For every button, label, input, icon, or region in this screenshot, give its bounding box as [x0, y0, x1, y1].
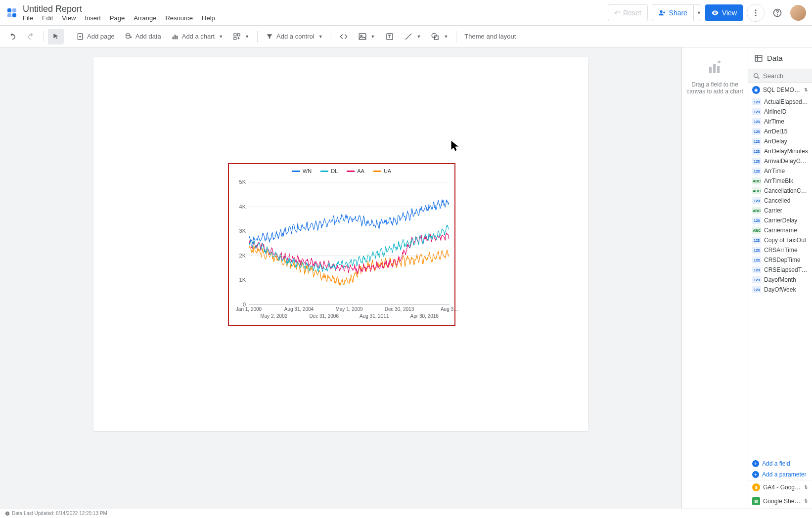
datasource-item[interactable]: ▦ Google Sheets ⇅ [748, 494, 812, 508]
text-button[interactable] [381, 29, 398, 44]
table-icon [754, 54, 763, 63]
svg-rect-25 [713, 64, 716, 73]
field-name: AirTime [764, 118, 784, 125]
report-title[interactable]: Untitled Report [23, 4, 608, 14]
field-name: Carrier [764, 207, 782, 214]
user-avatar[interactable] [790, 5, 806, 21]
search-input[interactable] [763, 72, 807, 80]
expand-icon: ⇅ [804, 485, 808, 490]
field-item[interactable]: 123ArrDel15 [748, 127, 812, 136]
legend-label: AA [357, 168, 364, 174]
blocks-icon [233, 33, 241, 41]
menu-edit[interactable]: Edit [42, 14, 53, 22]
theme-button[interactable]: Theme and layout [460, 29, 520, 44]
svg-rect-13 [172, 37, 174, 39]
code-icon [339, 32, 348, 41]
field-name: ArrDelayMinutes [764, 148, 808, 155]
chevron-down-icon: ▼ [697, 10, 701, 15]
menu-view[interactable]: View [62, 14, 76, 22]
toolbar: Add page Add data Add a chart ▼ ▼ Add a … [0, 26, 812, 47]
share-button[interactable]: Share [652, 4, 693, 21]
drop-field-panel[interactable]: Drag a field to the canvas to add a char… [681, 47, 748, 508]
field-item[interactable]: ABCCarrier [748, 206, 812, 216]
redo-icon [27, 32, 36, 41]
field-item[interactable]: ABCCancellationCode [748, 186, 812, 196]
field-type-badge: 123 [752, 276, 761, 283]
chevron-down-icon: ▼ [444, 34, 448, 39]
select-tool[interactable] [48, 29, 64, 44]
field-name: CRSDepTime [764, 257, 801, 263]
field-item[interactable]: 123CRSDepTime [748, 255, 812, 265]
menu-insert[interactable]: Insert [85, 14, 101, 22]
field-item[interactable]: 123AirTime [748, 117, 812, 127]
status-text: Data Last Updated: 6/14/2022 12:25:13 PM [12, 511, 107, 516]
undo-button[interactable] [4, 29, 21, 44]
y-tick-label: 1K [239, 277, 246, 283]
field-type-badge: 123 [752, 237, 761, 244]
search-icon [753, 73, 760, 80]
menu-resource[interactable]: Resource [165, 14, 193, 22]
menu-help[interactable]: Help [202, 14, 215, 22]
field-item[interactable]: 123ArrDelayMinutes [748, 146, 812, 156]
reset-button[interactable]: ↶ Reset [608, 4, 648, 21]
image-button[interactable]: ▼ [354, 29, 379, 44]
menu-arrange[interactable]: Arrange [134, 14, 156, 22]
legend-label: UA [384, 168, 391, 174]
svg-rect-27 [755, 55, 762, 61]
field-name: CancellationCode [764, 187, 808, 194]
add-parameter-link[interactable]: +Add a parameter [748, 469, 812, 480]
field-item[interactable]: 123DayofMonth [748, 275, 812, 285]
field-item[interactable]: ABCCarriername [748, 225, 812, 235]
community-viz-button[interactable]: ▼ [229, 29, 253, 44]
canvas-area[interactable]: WN DL AA UA 01K2K3K4K5K Jan 1, 2000May 2… [0, 47, 681, 508]
field-type-badge: ABC [752, 187, 761, 194]
line-button[interactable]: ▼ [400, 29, 425, 44]
chevron-down-icon: ▼ [417, 34, 421, 39]
chart-legend: WN DL AA UA [229, 164, 454, 178]
field-type-badge: 123 [752, 158, 761, 165]
report-canvas[interactable]: WN DL AA UA 01K2K3K4K5K Jan 1, 2000May 2… [93, 57, 588, 431]
field-search[interactable] [748, 69, 812, 83]
x-tick-label: Aug 31, 2004 [284, 306, 314, 312]
field-item[interactable]: 123ArrDelay [748, 136, 812, 146]
shape-button[interactable]: ▼ [427, 29, 452, 44]
view-button[interactable]: View [705, 4, 743, 21]
field-item[interactable]: 123ActualElapsedTime [748, 97, 812, 107]
field-type-badge: ABC [752, 177, 761, 184]
field-item[interactable]: 123Copy of TaxiOut [748, 235, 812, 245]
menu-page[interactable]: Page [110, 14, 125, 22]
field-type-badge: 123 [752, 257, 761, 263]
chart-object[interactable]: WN DL AA UA 01K2K3K4K5K Jan 1, 2000May 2… [228, 163, 455, 326]
menu-file[interactable]: File [23, 14, 33, 22]
svg-rect-17 [237, 34, 240, 36]
datasource-item[interactable]: ◉ SQL DEMO: faa_fli… ⇅ [748, 83, 812, 97]
x-tick-label: Dec 30, 2013 [385, 306, 414, 312]
more-options-button[interactable] [747, 4, 765, 22]
add-control-button[interactable]: Add a control ▼ [262, 29, 327, 44]
x-tick-label: May 2, 2002 [260, 313, 287, 319]
field-type-badge: 123 [752, 138, 761, 145]
svg-point-8 [755, 14, 757, 16]
share-dropdown[interactable]: ▼ [693, 4, 701, 21]
data-panel: Data ◉ SQL DEMO: faa_fli… ⇅ 123ActualEla… [748, 47, 812, 508]
field-item[interactable]: ABCArrTimeBlk [748, 176, 812, 186]
svg-rect-2 [7, 13, 11, 17]
embed-button[interactable] [335, 29, 352, 44]
field-list[interactable]: 123ActualElapsedTime123AirlineID123AirTi… [748, 97, 812, 458]
field-item[interactable]: 123ArrivalDelayGroups [748, 156, 812, 166]
redo-button[interactable] [23, 29, 40, 44]
chevron-down-icon: ▼ [219, 34, 223, 39]
field-item[interactable]: 123AirlineID [748, 107, 812, 117]
add-field-link[interactable]: +Add a field [748, 458, 812, 469]
field-item[interactable]: 123CRSArrTime [748, 245, 812, 255]
field-item[interactable]: 123ArrTime [748, 166, 812, 176]
add-page-button[interactable]: Add page [72, 29, 119, 44]
add-data-button[interactable]: Add data [121, 29, 165, 44]
add-chart-button[interactable]: Add a chart ▼ [167, 29, 227, 44]
field-item[interactable]: 123Cancelled [748, 196, 812, 206]
field-item[interactable]: 123DayOfWeek [748, 285, 812, 295]
field-item[interactable]: 123CRSElapsedTime [748, 265, 812, 275]
datasource-item[interactable]: ▮ GA4 - Google Merc… ⇅ [748, 480, 812, 494]
field-item[interactable]: 123CarrierDelay [748, 216, 812, 225]
help-button[interactable] [768, 4, 786, 22]
